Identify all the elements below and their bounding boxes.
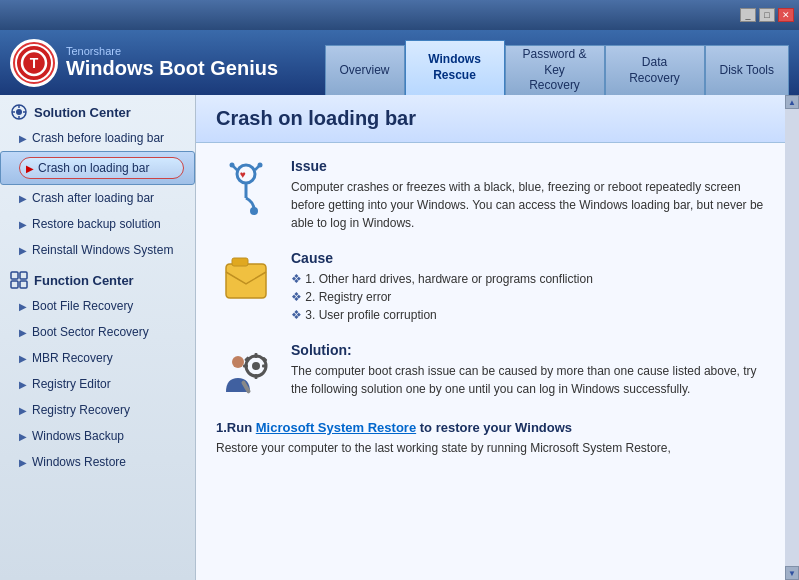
svg-point-4: [16, 109, 22, 115]
sidebar-item-crash-after[interactable]: ▶ Crash after loading bar: [0, 185, 195, 211]
content-area: Crash on loading bar: [196, 95, 785, 580]
solution-text: Solution: The computer boot crash issue …: [291, 342, 765, 398]
sidebar-item-reinstall-windows[interactable]: ▶ Reinstall Windows System: [0, 237, 195, 263]
company-name: Tenorshare: [66, 45, 278, 57]
product-name: Windows Boot Genius: [66, 57, 278, 80]
sidebar-item-windows-restore[interactable]: ▶ Windows Restore: [0, 449, 195, 475]
gear-person-icon: [216, 342, 276, 402]
svg-text:♥: ♥: [240, 169, 246, 180]
svg-rect-10: [20, 272, 27, 279]
solution-center-header: Solution Center: [0, 95, 195, 125]
run-suffix: to restore your Windows: [420, 420, 572, 435]
arrow-icon: ▶: [19, 193, 27, 204]
sidebar-item-boot-sector[interactable]: ▶ Boot Sector Recovery: [0, 319, 195, 345]
main-layout: Solution Center ▶ Crash before loading b…: [0, 95, 799, 580]
solution-block: Solution: The computer boot crash issue …: [216, 342, 765, 402]
cause-item-2: 2. Registry error: [291, 288, 765, 306]
solution-title: Solution:: [291, 342, 765, 358]
sidebar-item-label: Crash on loading bar: [38, 161, 149, 175]
maximize-button[interactable]: □: [759, 8, 775, 22]
svg-text:T: T: [30, 55, 39, 71]
sidebar-item-registry-editor[interactable]: ▶ Registry Editor: [0, 371, 195, 397]
function-center-header: Function Center: [0, 263, 195, 293]
content-title: Crash on loading bar: [196, 95, 785, 143]
arrow-icon: ▶: [19, 405, 27, 416]
function-center-icon: [10, 271, 28, 289]
arrow-icon: ▶: [19, 379, 27, 390]
sidebar-item-label: Boot File Recovery: [32, 299, 133, 313]
arrow-icon: ▶: [19, 353, 27, 364]
sidebar-item-label: Reinstall Windows System: [32, 243, 173, 257]
issue-block: ♥ Issue Computer crashes or freezes with…: [216, 158, 765, 232]
close-button[interactable]: ✕: [778, 8, 794, 22]
issue-text: Issue Computer crashes or freezes with a…: [291, 158, 765, 232]
cause-list: 1. Other hard drives, hardware or progra…: [291, 270, 765, 324]
scroll-up-button[interactable]: ▲: [785, 95, 799, 109]
sidebar-item-crash-on[interactable]: ▶ Crash on loading bar: [0, 151, 195, 185]
microsoft-system-restore-link[interactable]: Microsoft System Restore: [256, 420, 416, 435]
svg-rect-21: [232, 258, 248, 266]
run-section: 1.Run Microsoft System Restore to restor…: [216, 420, 765, 457]
sidebar-item-label: Crash after loading bar: [32, 191, 154, 205]
tab-password-key-recovery[interactable]: Password & Key Recovery: [505, 45, 605, 95]
sidebar-item-label: Restore backup solution: [32, 217, 161, 231]
title-bar-controls: _ □ ✕: [740, 8, 794, 22]
run-description: Restore your computer to the last workin…: [216, 439, 765, 457]
arrow-icon: ▶: [19, 301, 27, 312]
solution-desc: The computer boot crash issue can be cau…: [291, 362, 765, 398]
sidebar-item-registry-recovery[interactable]: ▶ Registry Recovery: [0, 397, 195, 423]
sidebar-item-label: MBR Recovery: [32, 351, 113, 365]
content-body: ♥ Issue Computer crashes or freezes with…: [196, 143, 785, 472]
sidebar-item-crash-before[interactable]: ▶ Crash before loading bar: [0, 125, 195, 151]
minimize-button[interactable]: _: [740, 8, 756, 22]
svg-rect-27: [262, 365, 267, 368]
issue-title: Issue: [291, 158, 765, 174]
tab-overview[interactable]: Overview: [325, 45, 405, 95]
tab-windows-rescue[interactable]: Windows Rescue: [405, 40, 505, 95]
logo-icon: T: [10, 39, 58, 87]
svg-point-30: [232, 356, 244, 368]
svg-point-19: [258, 163, 263, 168]
active-arrow-icon: ▶: [26, 163, 34, 174]
arrow-icon: ▶: [19, 327, 27, 338]
nav-tabs: Overview Windows Rescue Password & Key R…: [325, 30, 789, 95]
logo-text: Tenorshare Windows Boot Genius: [66, 45, 278, 80]
svg-rect-25: [255, 374, 258, 379]
sidebar-item-label: Crash before loading bar: [32, 131, 164, 145]
sidebar-item-mbr[interactable]: ▶ MBR Recovery: [0, 345, 195, 371]
svg-point-18: [230, 163, 235, 168]
sidebar-item-label: Boot Sector Recovery: [32, 325, 149, 339]
function-center-label: Function Center: [34, 273, 134, 288]
svg-rect-9: [11, 272, 18, 279]
tab-disk-tools[interactable]: Disk Tools: [705, 45, 789, 95]
stethoscope-icon: ♥: [216, 158, 276, 218]
header: T Tenorshare Windows Boot Genius Overvie…: [0, 30, 799, 95]
solution-center-label: Solution Center: [34, 105, 131, 120]
svg-rect-11: [11, 281, 18, 288]
cause-block: Cause 1. Other hard drives, hardware or …: [216, 250, 765, 324]
svg-point-15: [250, 207, 258, 215]
sidebar-item-label: Windows Backup: [32, 429, 124, 443]
arrow-icon: ▶: [19, 431, 27, 442]
scroll-down-button[interactable]: ▼: [785, 566, 799, 580]
arrow-icon: ▶: [19, 219, 27, 230]
sidebar-item-windows-backup[interactable]: ▶ Windows Backup: [0, 423, 195, 449]
cause-item-1: 1. Other hard drives, hardware or progra…: [291, 270, 765, 288]
arrow-icon: ▶: [19, 245, 27, 256]
arrow-icon: ▶: [19, 133, 27, 144]
title-bar: _ □ ✕: [0, 0, 799, 30]
issue-desc: Computer crashes or freezes with a black…: [291, 178, 765, 232]
sidebar-item-boot-file[interactable]: ▶ Boot File Recovery: [0, 293, 195, 319]
sidebar-item-label: Registry Editor: [32, 377, 111, 391]
sidebar-item-label: Registry Recovery: [32, 403, 130, 417]
svg-rect-26: [243, 365, 248, 368]
logo-area: T Tenorshare Windows Boot Genius: [10, 39, 278, 87]
scrollbar-track[interactable]: ▲ ▼: [785, 95, 799, 580]
solution-center-icon: [10, 103, 28, 121]
sidebar-item-restore-backup[interactable]: ▶ Restore backup solution: [0, 211, 195, 237]
svg-point-23: [252, 362, 260, 370]
sidebar: Solution Center ▶ Crash before loading b…: [0, 95, 196, 580]
tab-data-recovery[interactable]: Data Recovery: [605, 45, 705, 95]
arrow-icon: ▶: [19, 457, 27, 468]
cause-title: Cause: [291, 250, 765, 266]
